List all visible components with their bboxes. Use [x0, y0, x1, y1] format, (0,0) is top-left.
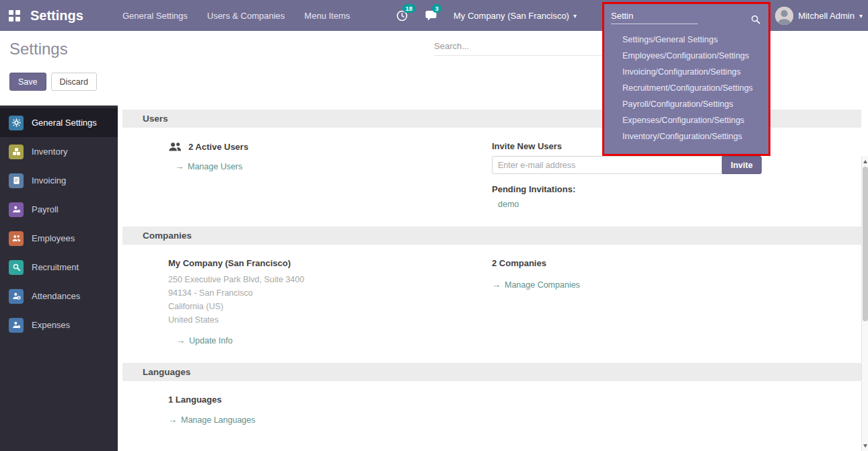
company-address-line: 250 Executive Park Blvd, Suite 3400	[168, 273, 492, 286]
navbar-search-input[interactable]	[611, 9, 698, 24]
sidebar-item-inventory[interactable]: Inventory	[0, 137, 118, 166]
settings-content: Users 2 Active Users → Manage Users Invi	[118, 106, 861, 451]
pending-invitations-label: Pending Invitations:	[492, 184, 861, 194]
sidebar-item-label: Employees	[32, 233, 75, 243]
search-icon[interactable]	[751, 15, 760, 24]
sidebar-item-label: Recruitment	[32, 262, 79, 272]
users-group-icon	[168, 141, 182, 152]
company-switcher-menu[interactable]: My Company (San Francisco) ▾	[454, 11, 577, 21]
employees-icon	[9, 231, 24, 246]
company-address-line: 94134 - San Francisco	[168, 286, 492, 300]
section-companies-header: Companies	[122, 227, 861, 245]
company-name: My Company (San Francisco)	[168, 258, 492, 268]
sidebar-item-label: Expenses	[32, 320, 70, 330]
scroll-thumb[interactable]	[863, 167, 868, 321]
section-companies-body: My Company (San Francisco) 250 Executive…	[122, 245, 861, 363]
vertical-scrollbar[interactable]	[861, 156, 868, 451]
invite-email-input[interactable]	[492, 156, 722, 174]
search-result-item[interactable]: Settings/General Settings	[604, 32, 768, 48]
sidebar-item-label: Inventory	[32, 147, 67, 157]
navbar-right-icons: 18 3 My Company (San Francisco) ▾	[394, 0, 577, 31]
arrow-right-icon: →	[168, 415, 177, 425]
company-address-line: United States	[168, 313, 492, 327]
company-address-line: California (US)	[168, 300, 492, 313]
triangle-up-icon	[863, 160, 867, 163]
navbar-menu-item-menu-items[interactable]: Menu Items	[304, 11, 350, 21]
chevron-down-icon: ▾	[573, 12, 577, 19]
manage-companies-link[interactable]: → Manage Companies	[492, 280, 580, 290]
sidebar-item-label: Payroll	[32, 204, 59, 214]
sidebar-item-general-settings[interactable]: General Settings	[0, 108, 118, 137]
apps-menu-icon[interactable]	[9, 10, 20, 22]
discard-button[interactable]: Discard	[51, 73, 97, 91]
records-search-input[interactable]	[434, 41, 629, 51]
attendance-icon	[9, 289, 24, 304]
arrow-right-icon: →	[175, 161, 184, 171]
companies-count: 2 Companies	[492, 258, 861, 268]
activities-badge: 18	[402, 4, 416, 13]
search-result-item[interactable]: Payroll/Configuration/Settings	[604, 96, 768, 112]
navbar-search-results: Settings/General Settings Employees/Conf…	[604, 28, 768, 147]
recruitment-icon	[9, 260, 24, 275]
app-brand[interactable]: Settings	[30, 8, 83, 24]
company-address: 250 Executive Park Blvd, Suite 3400 9413…	[168, 273, 492, 327]
navbar-search-row	[604, 4, 768, 28]
search-result-item[interactable]: Recruitment/Configuration/Settings	[604, 80, 768, 96]
sidebar-item-invoicing[interactable]: Invoicing	[0, 166, 118, 195]
search-result-item[interactable]: Employees/Configuration/Settings	[604, 48, 768, 64]
navbar-menu-item-users-companies[interactable]: Users & Companies	[207, 11, 285, 21]
arrow-right-icon: →	[492, 280, 501, 290]
manage-languages-link[interactable]: → Manage Languages	[168, 415, 256, 425]
company-switcher-label: My Company (San Francisco)	[454, 11, 569, 21]
sidebar-item-label: Attendances	[32, 291, 80, 301]
messages-icon[interactable]: 3	[424, 8, 439, 23]
search-result-item[interactable]: Expenses/Configuration/Settings	[604, 112, 768, 128]
sidebar-item-expenses[interactable]: Expenses	[0, 311, 118, 339]
scroll-down-button[interactable]	[863, 442, 868, 449]
messages-badge: 3	[432, 4, 441, 13]
payroll-icon	[9, 202, 24, 217]
invite-button[interactable]: Invite	[722, 156, 762, 174]
arrow-right-icon: →	[176, 335, 185, 345]
save-button[interactable]: Save	[9, 73, 46, 91]
invoice-icon	[9, 173, 24, 188]
avatar-placeholder-icon	[775, 7, 793, 25]
sidebar-item-attendances[interactable]: Attendances	[0, 282, 118, 311]
manage-users-link[interactable]: → Manage Users	[175, 161, 242, 171]
search-result-item[interactable]: Invoicing/Configuration/Settings	[604, 64, 768, 80]
user-name: Mitchell Admin	[798, 11, 855, 21]
languages-count: 1 Languages	[168, 395, 492, 405]
update-info-link[interactable]: → Update Info	[176, 335, 233, 345]
section-languages-body: 1 Languages → Manage Languages	[122, 381, 861, 442]
active-users-count: 2 Active Users	[188, 142, 248, 152]
sidebar-item-recruitment[interactable]: Recruitment	[0, 253, 118, 282]
sidebar-item-employees[interactable]: Employees	[0, 224, 118, 253]
avatar	[775, 7, 793, 25]
boxes-icon	[9, 145, 24, 159]
page-title: Settings	[9, 40, 68, 58]
section-languages-header: Languages	[122, 363, 861, 381]
gear-icon	[9, 116, 24, 130]
navbar-menu: General Settings Users & Companies Menu …	[122, 11, 350, 21]
expenses-icon	[9, 318, 24, 333]
sidebar-item-payroll[interactable]: Payroll	[0, 195, 118, 224]
chevron-down-icon: ▾	[859, 12, 863, 19]
activities-icon[interactable]: 18	[394, 8, 409, 23]
navbar-search-dropdown: Settings/General Settings Employees/Conf…	[602, 2, 770, 156]
settings-sidebar: General Settings Inventory Invoicing	[0, 106, 118, 451]
sidebar-item-label: Invoicing	[32, 175, 66, 186]
search-result-item[interactable]: Inventory/Configuration/Settings	[604, 128, 768, 145]
sidebar-item-label: General Settings	[32, 118, 97, 128]
records-search	[434, 41, 629, 56]
triangle-down-icon	[863, 444, 867, 448]
navbar-menu-item-general-settings[interactable]: General Settings	[122, 11, 188, 21]
scroll-up-button[interactable]	[863, 158, 868, 165]
pending-invitation-demo-link[interactable]: demo	[498, 200, 519, 209]
control-panel-buttons: Save Discard	[9, 73, 97, 91]
user-menu[interactable]: Mitchell Admin ▾	[775, 0, 863, 31]
